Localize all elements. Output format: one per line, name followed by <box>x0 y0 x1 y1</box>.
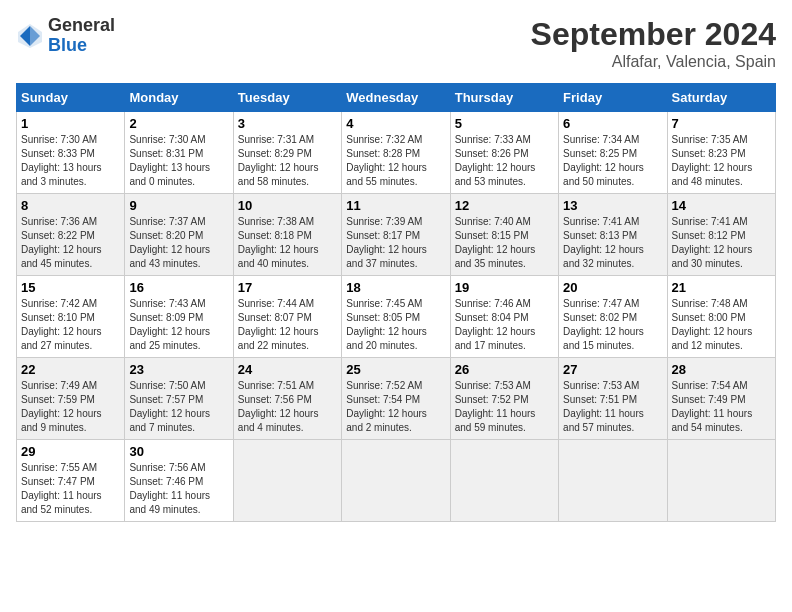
cell-info: Sunrise: 7:47 AMSunset: 8:02 PMDaylight:… <box>563 298 644 351</box>
day-number: 16 <box>129 280 228 295</box>
cell-info: Sunrise: 7:51 AMSunset: 7:56 PMDaylight:… <box>238 380 319 433</box>
day-number: 12 <box>455 198 554 213</box>
calendar-cell: 24Sunrise: 7:51 AMSunset: 7:56 PMDayligh… <box>233 358 341 440</box>
calendar-cell: 18Sunrise: 7:45 AMSunset: 8:05 PMDayligh… <box>342 276 450 358</box>
cell-info: Sunrise: 7:40 AMSunset: 8:15 PMDaylight:… <box>455 216 536 269</box>
calendar-cell: 19Sunrise: 7:46 AMSunset: 8:04 PMDayligh… <box>450 276 558 358</box>
day-number: 15 <box>21 280 120 295</box>
cell-info: Sunrise: 7:41 AMSunset: 8:12 PMDaylight:… <box>672 216 753 269</box>
day-number: 28 <box>672 362 771 377</box>
cell-info: Sunrise: 7:33 AMSunset: 8:26 PMDaylight:… <box>455 134 536 187</box>
cell-info: Sunrise: 7:53 AMSunset: 7:51 PMDaylight:… <box>563 380 644 433</box>
day-number: 29 <box>21 444 120 459</box>
cell-info: Sunrise: 7:35 AMSunset: 8:23 PMDaylight:… <box>672 134 753 187</box>
calendar-cell: 14Sunrise: 7:41 AMSunset: 8:12 PMDayligh… <box>667 194 775 276</box>
day-number: 30 <box>129 444 228 459</box>
calendar-cell: 15Sunrise: 7:42 AMSunset: 8:10 PMDayligh… <box>17 276 125 358</box>
day-number: 7 <box>672 116 771 131</box>
calendar-week-4: 22Sunrise: 7:49 AMSunset: 7:59 PMDayligh… <box>17 358 776 440</box>
calendar-week-2: 8Sunrise: 7:36 AMSunset: 8:22 PMDaylight… <box>17 194 776 276</box>
day-number: 20 <box>563 280 662 295</box>
calendar-cell: 5Sunrise: 7:33 AMSunset: 8:26 PMDaylight… <box>450 112 558 194</box>
calendar-cell: 25Sunrise: 7:52 AMSunset: 7:54 PMDayligh… <box>342 358 450 440</box>
day-number: 11 <box>346 198 445 213</box>
calendar-table: SundayMondayTuesdayWednesdayThursdayFrid… <box>16 83 776 522</box>
calendar-cell: 3Sunrise: 7:31 AMSunset: 8:29 PMDaylight… <box>233 112 341 194</box>
header-day-thursday: Thursday <box>450 84 558 112</box>
day-number: 6 <box>563 116 662 131</box>
day-number: 2 <box>129 116 228 131</box>
day-number: 25 <box>346 362 445 377</box>
day-number: 17 <box>238 280 337 295</box>
cell-info: Sunrise: 7:41 AMSunset: 8:13 PMDaylight:… <box>563 216 644 269</box>
cell-info: Sunrise: 7:42 AMSunset: 8:10 PMDaylight:… <box>21 298 102 351</box>
calendar-cell: 11Sunrise: 7:39 AMSunset: 8:17 PMDayligh… <box>342 194 450 276</box>
day-number: 22 <box>21 362 120 377</box>
calendar-week-1: 1Sunrise: 7:30 AMSunset: 8:33 PMDaylight… <box>17 112 776 194</box>
calendar-cell: 4Sunrise: 7:32 AMSunset: 8:28 PMDaylight… <box>342 112 450 194</box>
day-number: 26 <box>455 362 554 377</box>
calendar-cell: 28Sunrise: 7:54 AMSunset: 7:49 PMDayligh… <box>667 358 775 440</box>
calendar-cell: 9Sunrise: 7:37 AMSunset: 8:20 PMDaylight… <box>125 194 233 276</box>
day-number: 3 <box>238 116 337 131</box>
calendar-week-5: 29Sunrise: 7:55 AMSunset: 7:47 PMDayligh… <box>17 440 776 522</box>
calendar-cell: 10Sunrise: 7:38 AMSunset: 8:18 PMDayligh… <box>233 194 341 276</box>
header-day-friday: Friday <box>559 84 667 112</box>
cell-info: Sunrise: 7:44 AMSunset: 8:07 PMDaylight:… <box>238 298 319 351</box>
cell-info: Sunrise: 7:30 AMSunset: 8:31 PMDaylight:… <box>129 134 210 187</box>
calendar-cell: 17Sunrise: 7:44 AMSunset: 8:07 PMDayligh… <box>233 276 341 358</box>
header-day-monday: Monday <box>125 84 233 112</box>
cell-info: Sunrise: 7:36 AMSunset: 8:22 PMDaylight:… <box>21 216 102 269</box>
logo: General Blue <box>16 16 115 56</box>
cell-info: Sunrise: 7:39 AMSunset: 8:17 PMDaylight:… <box>346 216 427 269</box>
header-row: SundayMondayTuesdayWednesdayThursdayFrid… <box>17 84 776 112</box>
calendar-cell <box>667 440 775 522</box>
calendar-cell: 1Sunrise: 7:30 AMSunset: 8:33 PMDaylight… <box>17 112 125 194</box>
calendar-cell: 26Sunrise: 7:53 AMSunset: 7:52 PMDayligh… <box>450 358 558 440</box>
calendar-cell: 21Sunrise: 7:48 AMSunset: 8:00 PMDayligh… <box>667 276 775 358</box>
cell-info: Sunrise: 7:46 AMSunset: 8:04 PMDaylight:… <box>455 298 536 351</box>
page-header: General Blue September 2024 Alfafar, Val… <box>16 16 776 71</box>
calendar-cell: 7Sunrise: 7:35 AMSunset: 8:23 PMDaylight… <box>667 112 775 194</box>
cell-info: Sunrise: 7:32 AMSunset: 8:28 PMDaylight:… <box>346 134 427 187</box>
logo-general-text: General <box>48 15 115 35</box>
cell-info: Sunrise: 7:48 AMSunset: 8:00 PMDaylight:… <box>672 298 753 351</box>
cell-info: Sunrise: 7:52 AMSunset: 7:54 PMDaylight:… <box>346 380 427 433</box>
calendar-cell: 27Sunrise: 7:53 AMSunset: 7:51 PMDayligh… <box>559 358 667 440</box>
day-number: 24 <box>238 362 337 377</box>
location-text: Alfafar, Valencia, Spain <box>531 53 776 71</box>
calendar-week-3: 15Sunrise: 7:42 AMSunset: 8:10 PMDayligh… <box>17 276 776 358</box>
cell-info: Sunrise: 7:54 AMSunset: 7:49 PMDaylight:… <box>672 380 753 433</box>
header-day-wednesday: Wednesday <box>342 84 450 112</box>
day-number: 19 <box>455 280 554 295</box>
day-number: 1 <box>21 116 120 131</box>
cell-info: Sunrise: 7:37 AMSunset: 8:20 PMDaylight:… <box>129 216 210 269</box>
logo-blue-text: Blue <box>48 35 87 55</box>
day-number: 18 <box>346 280 445 295</box>
day-number: 8 <box>21 198 120 213</box>
cell-info: Sunrise: 7:56 AMSunset: 7:46 PMDaylight:… <box>129 462 210 515</box>
cell-info: Sunrise: 7:53 AMSunset: 7:52 PMDaylight:… <box>455 380 536 433</box>
calendar-cell: 6Sunrise: 7:34 AMSunset: 8:25 PMDaylight… <box>559 112 667 194</box>
calendar-cell: 29Sunrise: 7:55 AMSunset: 7:47 PMDayligh… <box>17 440 125 522</box>
day-number: 21 <box>672 280 771 295</box>
header-day-saturday: Saturday <box>667 84 775 112</box>
calendar-cell: 12Sunrise: 7:40 AMSunset: 8:15 PMDayligh… <box>450 194 558 276</box>
cell-info: Sunrise: 7:43 AMSunset: 8:09 PMDaylight:… <box>129 298 210 351</box>
header-day-sunday: Sunday <box>17 84 125 112</box>
logo-icon <box>16 22 44 50</box>
day-number: 14 <box>672 198 771 213</box>
day-number: 27 <box>563 362 662 377</box>
calendar-cell: 16Sunrise: 7:43 AMSunset: 8:09 PMDayligh… <box>125 276 233 358</box>
cell-info: Sunrise: 7:38 AMSunset: 8:18 PMDaylight:… <box>238 216 319 269</box>
calendar-cell <box>450 440 558 522</box>
calendar-cell: 13Sunrise: 7:41 AMSunset: 8:13 PMDayligh… <box>559 194 667 276</box>
cell-info: Sunrise: 7:34 AMSunset: 8:25 PMDaylight:… <box>563 134 644 187</box>
cell-info: Sunrise: 7:50 AMSunset: 7:57 PMDaylight:… <box>129 380 210 433</box>
calendar-cell: 8Sunrise: 7:36 AMSunset: 8:22 PMDaylight… <box>17 194 125 276</box>
cell-info: Sunrise: 7:45 AMSunset: 8:05 PMDaylight:… <box>346 298 427 351</box>
day-number: 10 <box>238 198 337 213</box>
day-number: 4 <box>346 116 445 131</box>
day-number: 5 <box>455 116 554 131</box>
cell-info: Sunrise: 7:49 AMSunset: 7:59 PMDaylight:… <box>21 380 102 433</box>
